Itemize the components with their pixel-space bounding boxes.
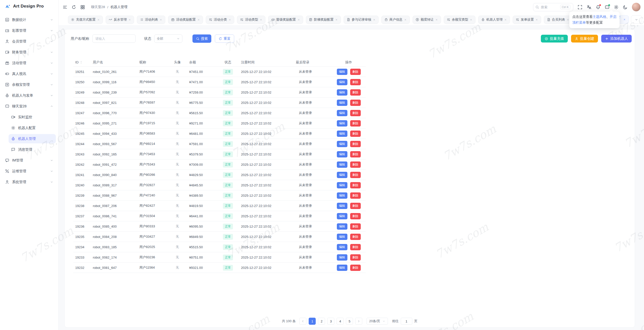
edit-button[interactable]: 编辑 (337, 110, 347, 116)
collapse-sidebar-icon[interactable] (63, 5, 67, 10)
batch-create-button[interactable]: 批量创建 (571, 35, 598, 43)
edit-button[interactable]: 编辑 (337, 120, 347, 127)
app-logo[interactable]: Art Design Pro (0, 0, 58, 13)
tab[interactable]: 反水管理 (106, 16, 134, 24)
sidebar-item[interactable]: 余额宝管理 (3, 80, 56, 89)
delete-button[interactable]: 删除 (350, 69, 361, 75)
tab[interactable]: 活动列表 (137, 16, 165, 24)
username-input[interactable] (92, 34, 136, 43)
jump-page-input[interactable] (401, 318, 412, 325)
avatar[interactable] (632, 3, 640, 11)
tab[interactable]: 余额宝类型 (444, 16, 475, 24)
sidebar-item[interactable]: 会员管理 (3, 37, 56, 46)
delete-button[interactable]: 删除 (350, 213, 361, 219)
page-button[interactable]: 3 (327, 318, 334, 325)
global-search-input[interactable] (541, 5, 558, 9)
tab[interactable]: 机器人管理 (478, 16, 510, 24)
tab[interactable]: 活动奖励配置 (168, 16, 203, 24)
tab[interactable]: 活动类型 (237, 16, 265, 24)
breadcrumb-section[interactable]: 聊天室28 (91, 5, 105, 9)
edit-button[interactable]: 编辑 (337, 182, 347, 188)
column-header-id[interactable]: ID (73, 60, 91, 64)
sidebar-subitem[interactable]: 机器人配置 (9, 123, 56, 133)
tab[interactable]: 晋级奖励配置 (268, 16, 303, 24)
sidebar-item[interactable]: 聊天室28 (3, 102, 56, 111)
delete-button[interactable]: 删除 (350, 254, 361, 261)
edit-button[interactable]: 编辑 (337, 79, 347, 85)
translate-icon[interactable] (587, 5, 591, 10)
delete-button[interactable]: 删除 (350, 192, 361, 199)
tab[interactable]: 发单设置 (513, 16, 541, 24)
delete-button[interactable]: 删除 (350, 234, 361, 240)
tab[interactable]: 合买列表 (544, 16, 572, 24)
sidebar-item[interactable]: 运维管理 (3, 167, 56, 176)
tab[interactable]: 活动分类 (206, 16, 234, 24)
edit-button[interactable]: 编辑 (337, 265, 347, 271)
gear-icon[interactable] (614, 5, 619, 10)
edit-button[interactable]: 编辑 (337, 131, 347, 137)
edit-button[interactable]: 编辑 (337, 172, 347, 178)
delete-button[interactable]: 删除 (350, 172, 361, 178)
reset-button[interactable]: 重置 (215, 34, 234, 43)
tab[interactable]: 商户信息 (381, 16, 410, 24)
chatbox-icon[interactable] (605, 5, 610, 10)
delete-button[interactable]: 删除 (350, 244, 361, 250)
tab[interactable]: 额度转让 (413, 16, 441, 24)
refresh-icon[interactable] (71, 5, 76, 10)
tabs-overflow-button[interactable] (631, 15, 642, 24)
edit-button[interactable]: 编辑 (337, 203, 347, 209)
add-robot-button[interactable]: 添加机器人 (601, 35, 632, 43)
prev-page-button[interactable] (299, 318, 306, 325)
sidebar-item[interactable]: 数据统计 (3, 15, 56, 24)
moon-icon[interactable] (623, 5, 628, 10)
tooltip-theme-link[interactable]: 主题风格 (593, 15, 606, 19)
delete-button[interactable]: 删除 (350, 161, 361, 168)
grid-menu-icon[interactable] (80, 5, 85, 10)
page-button[interactable]: 2 (318, 318, 325, 325)
sidebar-item[interactable]: 系统管理 (3, 177, 56, 187)
delete-button[interactable]: 删除 (350, 110, 361, 116)
status-select[interactable]: 全部 (154, 34, 182, 43)
page-button[interactable]: 1 (309, 318, 316, 325)
search-button[interactable]: 搜索 (192, 34, 211, 43)
delete-button[interactable]: 删除 (350, 120, 361, 127)
page-button[interactable]: 5 (346, 318, 353, 325)
delete-button[interactable]: 删除 (350, 182, 361, 188)
sidebar-item[interactable]: 财务管理 (3, 48, 56, 57)
edit-button[interactable]: 编辑 (337, 254, 347, 261)
sidebar-subitem[interactable]: 机器人管理 (9, 134, 56, 143)
sidebar-item[interactable]: 真人视讯 (3, 69, 56, 78)
sidebar-subitem[interactable]: 消息管理 (9, 145, 56, 154)
sidebar-item[interactable]: 活动管理 (3, 58, 56, 68)
sidebar-item[interactable]: 机器人与发单 (3, 91, 56, 100)
tab[interactable]: 参与记录审核 (344, 16, 379, 24)
edit-button[interactable]: 编辑 (337, 89, 347, 96)
delete-button[interactable]: 删除 (350, 203, 361, 209)
page-size-select[interactable]: 20条/页 (367, 318, 388, 325)
delete-button[interactable]: 删除 (350, 151, 361, 157)
delete-button[interactable]: 删除 (350, 141, 361, 147)
tab[interactable]: 充值方式配置 (68, 16, 103, 24)
page-button[interactable]: 4 (337, 318, 344, 325)
edit-button[interactable]: 编辑 (337, 100, 347, 106)
delete-button[interactable]: 删除 (350, 131, 361, 137)
edit-button[interactable]: 编辑 (337, 161, 347, 168)
edit-button[interactable]: 编辑 (337, 213, 347, 219)
sidebar-item[interactable]: IM管理 (3, 156, 56, 165)
delete-button[interactable]: 删除 (350, 223, 361, 230)
delete-button[interactable]: 删除 (350, 89, 361, 96)
sidebar-item[interactable]: 彩票管理 (3, 26, 56, 35)
edit-button[interactable]: 编辑 (337, 234, 347, 240)
tab[interactable]: 阶梯奖励配置 (306, 16, 341, 24)
delete-button[interactable]: 删除 (350, 79, 361, 85)
batch-recharge-button[interactable]: 批量充值 (541, 35, 568, 43)
edit-button[interactable]: 编辑 (337, 244, 347, 250)
fullscreen-icon[interactable] (578, 5, 582, 10)
delete-button[interactable]: 删除 (350, 100, 361, 106)
global-search[interactable]: Ctrl K (533, 3, 573, 11)
sidebar-subitem[interactable]: 实时监控 (9, 112, 56, 122)
edit-button[interactable]: 编辑 (337, 223, 347, 230)
delete-button[interactable]: 删除 (350, 265, 361, 271)
edit-button[interactable]: 编辑 (337, 69, 347, 75)
edit-button[interactable]: 编辑 (337, 192, 347, 199)
